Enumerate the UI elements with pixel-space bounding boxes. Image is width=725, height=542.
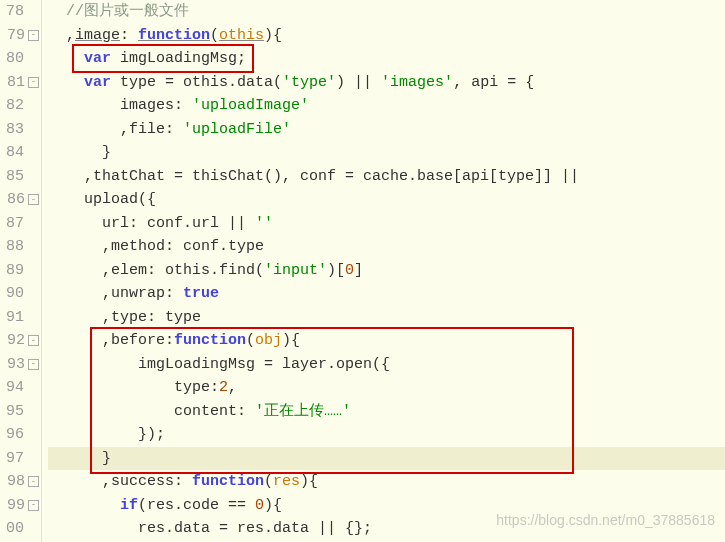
fold-icon	[27, 311, 39, 323]
ident: upload({	[84, 191, 156, 208]
code-line[interactable]: imgLoadingMsg = layer.open({	[48, 353, 725, 377]
line-number: 90	[4, 282, 24, 306]
code-line[interactable]: ,type: type	[48, 306, 725, 330]
code-line[interactable]: //图片或一般文件	[48, 0, 725, 24]
fold-icon	[27, 288, 39, 300]
string: 'uploadFile'	[183, 121, 291, 138]
gutter-line: 99-	[4, 494, 39, 518]
fold-icon[interactable]: -	[28, 359, 39, 370]
code-editor[interactable]: 7879-8081-8283848586-878889909192-93-949…	[0, 0, 725, 542]
keyword-function: function	[174, 332, 246, 349]
gutter-line: 93-	[4, 353, 39, 377]
line-number: 78	[4, 0, 24, 24]
code-line[interactable]: ,elem: othis.find('input')[0]	[48, 259, 725, 283]
ident: ,method: conf.type	[102, 238, 264, 255]
keyword-function: function	[138, 27, 210, 44]
gutter-line: 86-	[4, 188, 39, 212]
fold-icon[interactable]: -	[28, 77, 39, 88]
line-number: 87	[4, 212, 24, 236]
gutter-line: 87	[4, 212, 39, 236]
ident: ,type: type	[102, 309, 201, 326]
line-number: 79	[5, 24, 25, 48]
gutter-line: 83	[4, 118, 39, 142]
code-line[interactable]: ,unwrap: true	[48, 282, 725, 306]
ident: , api = {	[453, 74, 534, 91]
fold-icon	[27, 100, 39, 112]
ident: type = othis.data(	[120, 74, 282, 91]
line-number: 00	[4, 517, 24, 541]
gutter-line: 78	[4, 0, 39, 24]
number: 0	[255, 497, 264, 514]
param-obj: obj	[255, 332, 282, 349]
param-res: res	[273, 473, 300, 490]
code-line[interactable]: var imgLoadingMsg;	[48, 47, 725, 71]
brace: }	[102, 450, 111, 467]
code-line[interactable]: ,before:function(obj){	[48, 329, 725, 353]
fold-icon[interactable]: -	[28, 476, 39, 487]
fold-icon[interactable]: -	[28, 30, 39, 41]
code-line[interactable]: if(res.code == 0){	[48, 494, 725, 518]
fold-icon	[27, 170, 39, 182]
fold-icon	[27, 429, 39, 441]
bool-true: true	[183, 285, 219, 302]
gutter-line: 96	[4, 423, 39, 447]
keyword-var: var	[84, 50, 111, 67]
string: 'type'	[282, 74, 336, 91]
code-line[interactable]: type:2,	[48, 376, 725, 400]
code-line[interactable]: });	[48, 423, 725, 447]
code-line[interactable]: images: 'uploadImage'	[48, 94, 725, 118]
code-line[interactable]: }	[48, 141, 725, 165]
ident: ,unwrap:	[102, 285, 183, 302]
line-number: 91	[4, 306, 24, 330]
line-number: 82	[4, 94, 24, 118]
code-line[interactable]: url: conf.url || ''	[48, 212, 725, 236]
code-line[interactable]: var type = othis.data('type') || 'images…	[48, 71, 725, 95]
ident: ,success:	[102, 473, 192, 490]
fold-icon[interactable]: -	[28, 194, 39, 205]
code-line[interactable]: content: '正在上传……'	[48, 400, 725, 424]
gutter-line: 97	[4, 447, 39, 471]
ident: imgLoadingMsg;	[120, 50, 246, 67]
fold-icon[interactable]: -	[28, 500, 39, 511]
ident: )[	[327, 262, 345, 279]
fold-icon	[27, 123, 39, 135]
fold-icon[interactable]: -	[28, 335, 39, 346]
line-number: 97	[4, 447, 24, 471]
string: 'images'	[381, 74, 453, 91]
code-line[interactable]: ,thatChat = thisChat(), conf = cache.bas…	[48, 165, 725, 189]
fold-icon	[27, 6, 39, 18]
code-line[interactable]: res.data = res.data || {};	[48, 517, 725, 541]
gutter-line: 84	[4, 141, 39, 165]
keyword-var: var	[84, 74, 111, 91]
line-number: 81	[5, 71, 25, 95]
line-number: 93	[5, 353, 25, 377]
param-othis: othis	[219, 27, 264, 44]
code-area[interactable]: //图片或一般文件 ,image: function(othis){ var i…	[42, 0, 725, 542]
gutter-line: 90	[4, 282, 39, 306]
ident: ){	[264, 497, 282, 514]
fold-icon	[27, 405, 39, 417]
fold-icon	[27, 264, 39, 276]
gutter-line: 00	[4, 517, 39, 541]
ident: (res.code ==	[138, 497, 255, 514]
code-line[interactable]: ,success: function(res){	[48, 470, 725, 494]
brace: }	[102, 144, 111, 161]
gutter-line: 85	[4, 165, 39, 189]
ident: ,elem: othis.find(	[102, 262, 264, 279]
gutter-line: 94	[4, 376, 39, 400]
keyword-if: if	[120, 497, 138, 514]
code-line[interactable]: ,image: function(othis){	[48, 24, 725, 48]
gutter-line: 95	[4, 400, 39, 424]
gutter-line: 89	[4, 259, 39, 283]
code-line[interactable]: upload({	[48, 188, 725, 212]
code-line[interactable]: }	[48, 447, 725, 471]
fold-icon	[27, 382, 39, 394]
code-line[interactable]: ,file: 'uploadFile'	[48, 118, 725, 142]
ident: url: conf.url ||	[102, 215, 255, 232]
fold-icon	[27, 53, 39, 65]
line-number: 89	[4, 259, 24, 283]
number: 0	[345, 262, 354, 279]
gutter-line: 82	[4, 94, 39, 118]
code-line[interactable]: ,method: conf.type	[48, 235, 725, 259]
gutter-line: 91	[4, 306, 39, 330]
